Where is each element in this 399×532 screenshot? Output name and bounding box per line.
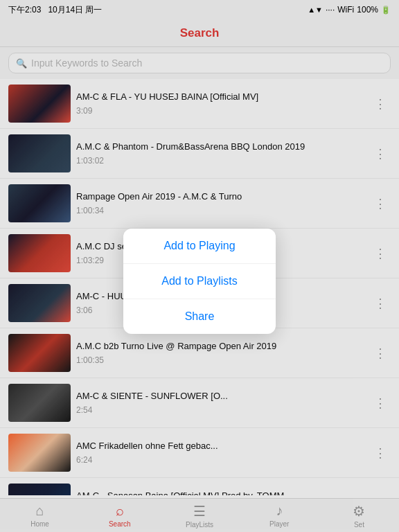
share-button[interactable]: Share [123,299,276,334]
add-to-playlists-button[interactable]: Add to Playlists [123,264,276,299]
add-to-playing-button[interactable]: Add to Playing [123,229,276,264]
context-menu: Add to Playing Add to Playlists Share [123,229,276,334]
